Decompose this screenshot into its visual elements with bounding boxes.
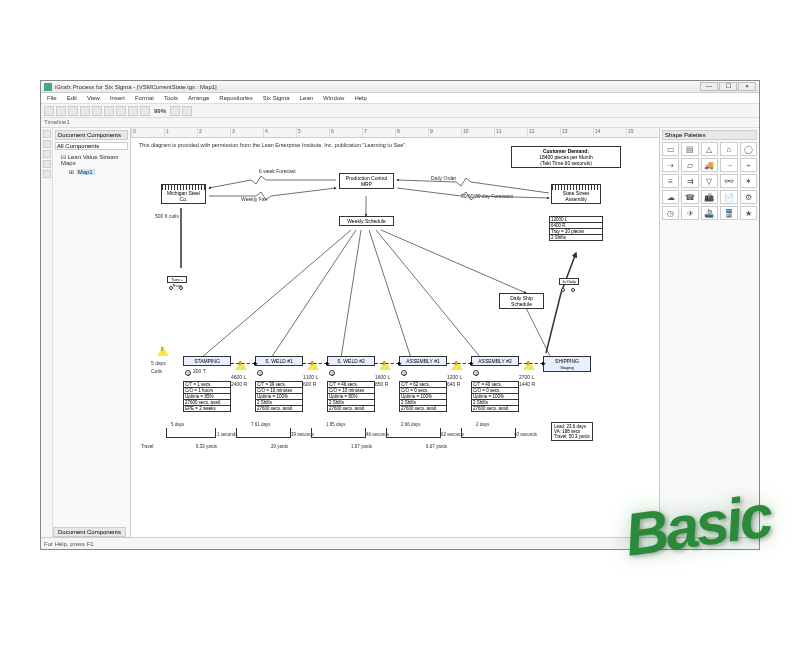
- shape-fax-icon[interactable]: 📠: [701, 190, 718, 204]
- app-window: iGrafx Process for Six Sigma - [VSMCurre…: [40, 80, 760, 550]
- shape-doc-icon[interactable]: 📄: [720, 190, 737, 204]
- shape-signal-icon[interactable]: ▽: [701, 174, 718, 188]
- proc-weld1[interactable]: S. WELD #1: [255, 356, 303, 366]
- op-weld2: 1: [329, 370, 335, 376]
- inventory-tri-1[interactable]: [157, 346, 169, 356]
- menu-view[interactable]: View: [83, 95, 104, 101]
- shape-factory-icon[interactable]: ⌂: [720, 142, 737, 156]
- tool-zoomin-icon[interactable]: [170, 106, 180, 116]
- shape-push-icon[interactable]: ⇢: [662, 158, 679, 172]
- tri-after-asm2[interactable]: [523, 360, 535, 370]
- menu-file[interactable]: File: [43, 95, 61, 101]
- close-button[interactable]: ×: [738, 82, 756, 91]
- customer-factory[interactable]: State Street Assembly: [551, 188, 601, 204]
- menu-insert[interactable]: Insert: [106, 95, 129, 101]
- menu-lean[interactable]: Lean: [296, 95, 317, 101]
- tri-after-weld1[interactable]: [307, 360, 319, 370]
- production-control-box[interactable]: Production Control MRP: [339, 173, 394, 189]
- shape-star-icon[interactable]: ★: [740, 206, 757, 220]
- svg-line-5: [376, 230, 481, 358]
- menu-tools[interactable]: Tools: [160, 95, 182, 101]
- op-asm1: 1: [401, 370, 407, 376]
- tree-root[interactable]: Lean Value Stream Maps: [61, 154, 119, 166]
- zoom-level[interactable]: 99%: [152, 108, 168, 114]
- bottom-tab[interactable]: Document Components: [53, 527, 126, 537]
- diagram-canvas[interactable]: This diagram is provided with permission…: [131, 138, 659, 537]
- tool-cut-icon[interactable]: [92, 106, 102, 116]
- shape-inventory-icon[interactable]: △: [701, 142, 718, 156]
- shape-gear-icon[interactable]: ⚙: [740, 190, 757, 204]
- shape-clock-icon[interactable]: ◷: [662, 206, 679, 220]
- shape-phone-icon[interactable]: ☎: [681, 190, 698, 204]
- proc-stamping[interactable]: STAMPING: [183, 356, 231, 366]
- menu-repositories[interactable]: Repositories: [215, 95, 256, 101]
- text-tool-icon[interactable]: [43, 140, 51, 148]
- op-weld1: 1: [257, 370, 263, 376]
- va-1: 1 seconds: [217, 432, 238, 437]
- shape-rail-icon[interactable]: 🚆: [720, 206, 737, 220]
- proc-asm2[interactable]: ASSEMBLY #2: [471, 356, 519, 366]
- tool-new-icon[interactable]: [44, 106, 54, 116]
- shape-zigzag-icon[interactable]: ⌁: [740, 158, 757, 172]
- customer-name: State Street Assembly: [563, 190, 589, 202]
- tree-map1[interactable]: Map1: [76, 169, 95, 175]
- tool-save-icon[interactable]: [68, 106, 78, 116]
- daily-ship-box[interactable]: Daily Ship Schedule: [499, 293, 544, 309]
- shape-kanban-icon[interactable]: ▱: [681, 158, 698, 172]
- inv1-coils: Coils: [151, 368, 162, 374]
- tri-after-asm1[interactable]: [451, 360, 463, 370]
- tool-redo-icon[interactable]: [140, 106, 150, 116]
- menu-edit[interactable]: Edit: [63, 95, 81, 101]
- shape-tool-icon[interactable]: [43, 160, 51, 168]
- permission-note: This diagram is provided with permission…: [139, 142, 407, 148]
- canvas-area: 0123456789101112131415 This diagram is p…: [131, 128, 659, 537]
- component-tree[interactable]: ⊟ Lean Value Stream Maps ⊞ Map1: [55, 152, 128, 176]
- timeline-bar[interactable]: Timeline1: [41, 118, 759, 128]
- tool-print-icon[interactable]: [80, 106, 90, 116]
- menu-window[interactable]: Window: [319, 95, 348, 101]
- proc-weld2[interactable]: S. WELD #2: [327, 356, 375, 366]
- status-bar: For Help, press F1: [41, 537, 759, 549]
- tool-zoomout-icon[interactable]: [182, 106, 192, 116]
- timeline-tab[interactable]: Timeline1: [44, 119, 70, 125]
- menu-format[interactable]: Format: [131, 95, 158, 101]
- shape-operator-icon[interactable]: ◯: [740, 142, 757, 156]
- shape-supermarket-icon[interactable]: ≡: [662, 174, 679, 188]
- line-tool-icon[interactable]: [43, 150, 51, 158]
- menu-sixsigma[interactable]: Six Sigma: [259, 95, 294, 101]
- tool-open-icon[interactable]: [56, 106, 66, 116]
- minimize-button[interactable]: —: [700, 82, 718, 91]
- weekly-schedule-box[interactable]: Weekly Schedule: [339, 216, 394, 226]
- maximize-button[interactable]: ☐: [719, 82, 737, 91]
- shape-databox-icon[interactable]: ▤: [681, 142, 698, 156]
- tri-after-weld2[interactable]: [379, 360, 391, 370]
- component-selector[interactable]: All Components: [55, 142, 128, 150]
- supplier-note: 500 ft coils: [155, 213, 179, 219]
- proc-shipping[interactable]: SHIPPINGStaging: [543, 356, 591, 372]
- shape-glasses-icon[interactable]: 👓: [720, 174, 737, 188]
- shape-ship-icon[interactable]: 🚢: [701, 206, 718, 220]
- shape-cloud-icon[interactable]: ☁: [662, 190, 679, 204]
- titlebar[interactable]: iGrafx Process for Six Sigma - [VSMCurre…: [41, 81, 759, 93]
- connector-tool-icon[interactable]: [43, 170, 51, 178]
- shape-process-icon[interactable]: ▭: [662, 142, 679, 156]
- tool-paste-icon[interactable]: [116, 106, 126, 116]
- shape-arrow-icon[interactable]: →: [720, 158, 737, 172]
- supplier-factory[interactable]: Michigan Steel Co.: [161, 188, 206, 204]
- menu-help[interactable]: Help: [350, 95, 370, 101]
- tool-copy-icon[interactable]: [104, 106, 114, 116]
- shape-truck-icon[interactable]: 🚚: [701, 158, 718, 172]
- left-panel: Document Components All Components ⊟ Lea…: [53, 128, 131, 537]
- op-asm2: 1: [473, 370, 479, 376]
- proc-asm1[interactable]: ASSEMBLY #1: [399, 356, 447, 366]
- shape-fifo-icon[interactable]: ⇉: [681, 174, 698, 188]
- truck-in[interactable]: Tues + Thurs: [167, 276, 187, 288]
- menu-arrange[interactable]: Arrange: [184, 95, 213, 101]
- tool-undo-icon[interactable]: [128, 106, 138, 116]
- shape-burst-icon[interactable]: ✶: [740, 174, 757, 188]
- tri-after-stamp[interactable]: [235, 360, 247, 370]
- pointer-tool-icon[interactable]: [43, 130, 51, 138]
- shape-plane-icon[interactable]: ✈: [681, 206, 698, 220]
- truck-out[interactable]: 1x Daily: [559, 278, 579, 290]
- info-dailyorder: Daily Order: [431, 175, 456, 181]
